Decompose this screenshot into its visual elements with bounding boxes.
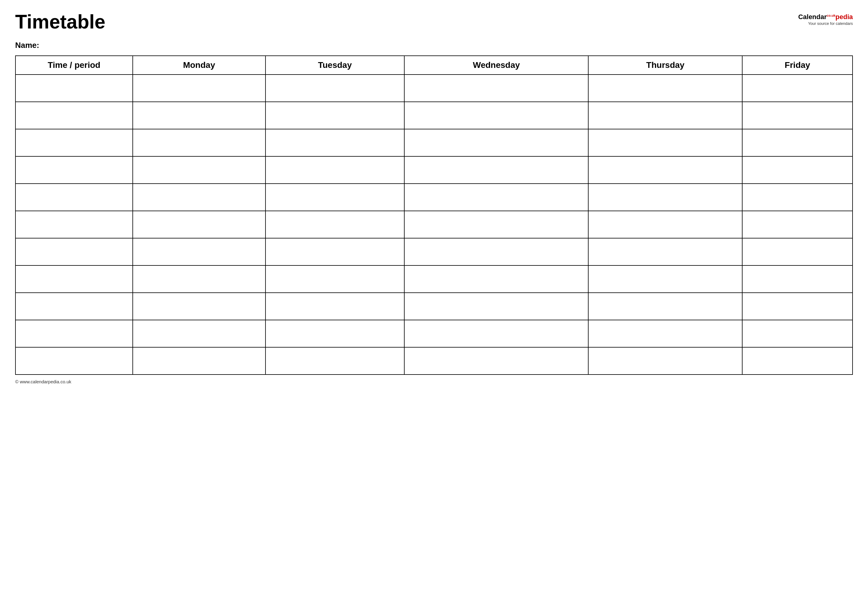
table-cell[interactable] — [742, 211, 853, 238]
table-row — [15, 238, 853, 266]
col-header-thursday: Thursday — [588, 56, 742, 74]
table-cell[interactable] — [404, 74, 588, 102]
table-cell[interactable] — [15, 211, 133, 238]
table-cell[interactable] — [588, 211, 742, 238]
table-row — [15, 129, 853, 156]
header: Timetable Calendarco.ukpedia Your source… — [15, 12, 853, 31]
table-cell[interactable] — [588, 129, 742, 156]
table-cell[interactable] — [266, 102, 404, 129]
logo-calendar: Calendar — [798, 13, 827, 21]
col-header-tuesday: Tuesday — [266, 56, 404, 74]
table-cell[interactable] — [133, 129, 266, 156]
col-header-friday: Friday — [742, 56, 853, 74]
table-cell[interactable] — [15, 184, 133, 211]
col-header-monday: Monday — [133, 56, 266, 74]
table-cell[interactable] — [133, 74, 266, 102]
table-cell[interactable] — [266, 74, 404, 102]
table-cell[interactable] — [404, 320, 588, 347]
table-cell[interactable] — [15, 293, 133, 320]
table-cell[interactable] — [588, 156, 742, 184]
table-cell[interactable] — [588, 347, 742, 374]
table-cell[interactable] — [133, 320, 266, 347]
table-header-row: Time / period Monday Tuesday Wednesday T… — [15, 56, 853, 74]
table-cell[interactable] — [15, 102, 133, 129]
table-cell[interactable] — [404, 184, 588, 211]
table-cell[interactable] — [266, 347, 404, 374]
table-row — [15, 156, 853, 184]
table-cell[interactable] — [15, 238, 133, 266]
table-row — [15, 266, 853, 293]
table-cell[interactable] — [15, 129, 133, 156]
table-cell[interactable] — [588, 266, 742, 293]
table-cell[interactable] — [404, 293, 588, 320]
table-cell[interactable] — [133, 238, 266, 266]
timetable: Time / period Monday Tuesday Wednesday T… — [15, 56, 853, 375]
table-cell[interactable] — [742, 129, 853, 156]
table-cell[interactable] — [266, 156, 404, 184]
table-row — [15, 347, 853, 374]
logo-co-uk: co.uk — [827, 14, 836, 17]
table-row — [15, 102, 853, 129]
table-cell[interactable] — [133, 102, 266, 129]
table-cell[interactable] — [133, 211, 266, 238]
table-cell[interactable] — [404, 102, 588, 129]
table-cell[interactable] — [266, 293, 404, 320]
logo-tagline: Your source for calendars — [808, 21, 853, 26]
table-cell[interactable] — [742, 156, 853, 184]
name-row: Name: — [15, 40, 853, 50]
table-cell[interactable] — [266, 320, 404, 347]
table-cell[interactable] — [15, 74, 133, 102]
table-cell[interactable] — [742, 347, 853, 374]
col-header-time: Time / period — [15, 56, 133, 74]
table-cell[interactable] — [588, 293, 742, 320]
table-cell[interactable] — [266, 184, 404, 211]
footer: © www.calendarpedia.co.uk — [15, 379, 853, 384]
logo-pedia: pedia — [836, 13, 853, 21]
table-cell[interactable] — [404, 211, 588, 238]
table-cell[interactable] — [266, 211, 404, 238]
col-header-wednesday: Wednesday — [404, 56, 588, 74]
table-cell[interactable] — [588, 238, 742, 266]
table-cell[interactable] — [588, 184, 742, 211]
table-row — [15, 293, 853, 320]
table-cell[interactable] — [266, 238, 404, 266]
table-row — [15, 184, 853, 211]
logo-text: Calendarco.ukpedia — [798, 14, 853, 20]
table-cell[interactable] — [588, 320, 742, 347]
footer-url: © www.calendarpedia.co.uk — [15, 379, 71, 384]
table-cell[interactable] — [15, 266, 133, 293]
table-cell[interactable] — [404, 266, 588, 293]
table-cell[interactable] — [588, 102, 742, 129]
table-cell[interactable] — [742, 266, 853, 293]
table-cell[interactable] — [266, 129, 404, 156]
table-cell[interactable] — [588, 74, 742, 102]
table-cell[interactable] — [404, 129, 588, 156]
table-cell[interactable] — [404, 238, 588, 266]
table-cell[interactable] — [133, 293, 266, 320]
table-cell[interactable] — [404, 156, 588, 184]
name-label: Name: — [15, 40, 39, 50]
table-cell[interactable] — [133, 184, 266, 211]
table-cell[interactable] — [15, 320, 133, 347]
table-cell[interactable] — [742, 184, 853, 211]
table-cell[interactable] — [133, 156, 266, 184]
table-cell[interactable] — [15, 156, 133, 184]
table-cell[interactable] — [404, 347, 588, 374]
table-row — [15, 320, 853, 347]
page-title: Timetable — [15, 12, 105, 31]
table-cell[interactable] — [742, 74, 853, 102]
table-cell[interactable] — [742, 320, 853, 347]
table-cell[interactable] — [742, 293, 853, 320]
table-row — [15, 211, 853, 238]
logo-area: Calendarco.ukpedia Your source for calen… — [798, 12, 853, 26]
table-cell[interactable] — [742, 102, 853, 129]
table-cell[interactable] — [133, 266, 266, 293]
table-cell[interactable] — [15, 347, 133, 374]
table-cell[interactable] — [133, 347, 266, 374]
table-cell[interactable] — [266, 266, 404, 293]
table-row — [15, 74, 853, 102]
table-cell[interactable] — [742, 238, 853, 266]
